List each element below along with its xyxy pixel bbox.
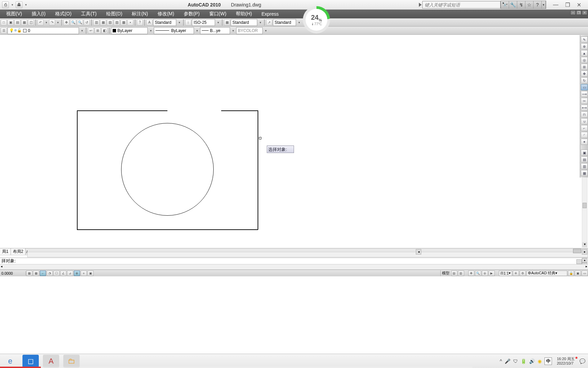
search-tri-icon[interactable]	[419, 3, 422, 7]
maximize-button[interactable]: ❐	[565, 2, 570, 8]
help-icon[interactable]: ?	[534, 1, 542, 9]
qv-layouts[interactable]: ▤	[451, 271, 457, 276]
video-progress[interactable]	[0, 367, 472, 368]
pan-button[interactable]: ✥	[63, 19, 69, 26]
join-button[interactable]: ∪	[581, 118, 588, 124]
star-icon[interactable]: ☆	[525, 1, 534, 9]
lineweight-dropdown[interactable]: B...ye	[200, 27, 230, 34]
anno-vis[interactable]: ✲	[513, 271, 519, 276]
ime-indicator[interactable]: 中	[544, 357, 552, 365]
layer-dropdown[interactable]: 💡 ❄ 🔓 0	[7, 27, 79, 34]
table-style-icon[interactable]: ▦	[224, 19, 230, 26]
chevron-down-icon[interactable]: ▾	[148, 29, 153, 32]
chamfer-button[interactable]: ⌐	[581, 125, 588, 131]
dyn-button[interactable]: ⊕	[74, 271, 80, 276]
layout-tab-1[interactable]: 局1	[0, 248, 11, 255]
stretch-button[interactable]: ⟶	[581, 91, 588, 97]
wheel-status[interactable]: ⊚	[482, 271, 488, 276]
chevron-down-icon[interactable]: ▾	[216, 21, 220, 24]
menu-insert[interactable]: 插入(I)	[27, 10, 50, 18]
print-button[interactable]: 🖶	[16, 1, 22, 8]
mleader-style-dropdown[interactable]: Standard	[273, 19, 296, 26]
redo-drop[interactable]: ▾	[56, 19, 60, 26]
scale-button[interactable]: ▭	[581, 84, 588, 90]
key-icon[interactable]: 🔧	[509, 1, 517, 9]
layer-state-button[interactable]: ⊞	[95, 28, 101, 34]
tool2-button[interactable]: ▤	[581, 156, 588, 163]
trim-button[interactable]: ✂	[581, 98, 588, 104]
extend-button[interactable]: ⟷	[581, 105, 588, 111]
layer-iso-button[interactable]: ◧	[101, 28, 108, 34]
chevron-down-icon[interactable]: ▾	[297, 21, 301, 24]
copy-button[interactable]: ⊕	[581, 43, 588, 49]
chevron-down-icon[interactable]: ▾	[80, 29, 84, 32]
mirror-button[interactable]: ▲	[581, 50, 588, 56]
calc-button[interactable]: ▪	[127, 19, 133, 26]
menu-drop-icon[interactable]: ▾	[542, 1, 546, 9]
anno-auto[interactable]: ⚙	[520, 271, 526, 276]
new-button[interactable]: □	[1, 19, 7, 26]
menu-help[interactable]: 帮助(H)	[231, 10, 257, 18]
hscroll-thumb[interactable]	[573, 249, 581, 253]
scroll-right-icon[interactable]: ▸	[582, 249, 587, 255]
qp-button[interactable]: ▣	[87, 271, 94, 276]
tp-button[interactable]: ▧	[107, 19, 113, 26]
close-button[interactable]: ✕	[577, 2, 581, 8]
polar-button[interactable]: ◔	[47, 271, 53, 276]
menu-express[interactable]: Express	[257, 11, 284, 17]
tray-chevron-icon[interactable]: ^	[500, 358, 502, 364]
redo-button[interactable]: ↷	[49, 19, 55, 26]
offset-button[interactable]: ◎	[581, 57, 588, 63]
tray-battery-icon[interactable]: 🔋	[521, 358, 526, 364]
workspace-dropdown[interactable]: ⚙AutoCAD 经典▾	[526, 271, 567, 276]
tool4-button[interactable]: ▦	[581, 170, 588, 176]
snap-button[interactable]: ▦	[26, 271, 32, 276]
zoom-status[interactable]: 🔍	[475, 271, 481, 276]
dcenter-button[interactable]: ▦	[100, 19, 106, 26]
menu-draw[interactable]: 绘图(D)	[101, 10, 127, 18]
text-style-icon[interactable]: A	[146, 19, 152, 26]
erase-button[interactable]: ✎	[581, 36, 588, 43]
menu-dimension[interactable]: 标注(N)	[127, 10, 152, 18]
zoom-win-button[interactable]: 🔍	[77, 19, 83, 26]
chevron-down-icon[interactable]: ▾	[177, 21, 182, 24]
taskbar-app-blue[interactable]: ◻	[22, 355, 39, 368]
tool3-button[interactable]: ▥	[581, 163, 588, 169]
move-button[interactable]: ✥	[581, 71, 588, 77]
ortho-button[interactable]: ⌐	[40, 271, 46, 276]
dim-style-dropdown[interactable]: ISO-25	[192, 19, 215, 26]
menu-parametric[interactable]: 参数(P)	[179, 10, 205, 18]
space-label[interactable]: 模型	[440, 270, 451, 276]
open-button[interactable]: ▣	[7, 19, 14, 26]
tray-shield-icon[interactable]: 🛡	[513, 358, 518, 364]
cmd-hscroll-left[interactable]: ◂	[1, 264, 2, 268]
cpu-gauge-widget[interactable]: 24% 🌡77°C	[303, 6, 331, 34]
scroll-left-icon[interactable]: ◂	[416, 249, 421, 255]
mdi-restore[interactable]: ❐	[576, 10, 582, 15]
scroll-down-icon[interactable]: ▾	[582, 242, 587, 247]
exchange-icon[interactable]: ↯	[517, 1, 525, 9]
tray-mic-icon[interactable]: 🎤	[505, 358, 510, 364]
qv-drawings[interactable]: ▥	[458, 271, 464, 276]
help-button[interactable]: ?	[137, 19, 143, 26]
taskbar-explorer[interactable]: 🗀	[63, 355, 80, 368]
cmd-hscroll-right[interactable]: ▸	[586, 264, 587, 268]
mleader-style-icon[interactable]: ↗	[266, 19, 272, 26]
pan-status[interactable]: ✥	[468, 271, 474, 276]
menu-format[interactable]: 格式(O)	[50, 10, 76, 18]
hw-accel[interactable]: ▣	[575, 271, 581, 276]
showmotion[interactable]: ▶	[489, 271, 495, 276]
chevron-down-icon[interactable]: ▾	[231, 29, 235, 32]
menu-tools[interactable]: 工具(T)	[76, 10, 101, 18]
cmd-scroll-left[interactable]	[576, 259, 582, 264]
undo-button[interactable]: ↶	[37, 19, 44, 26]
qat-drop-icon[interactable]: ▾	[24, 1, 28, 8]
text-style-dropdown[interactable]: Standard	[153, 19, 176, 26]
layout-tab-2[interactable]: 布局2	[11, 248, 26, 255]
draworder-button[interactable]: ▣	[581, 150, 588, 156]
action-center-icon[interactable]: 💬	[579, 358, 585, 364]
table-style-dropdown[interactable]: Standard	[231, 19, 257, 26]
taskbar-clock[interactable]: 16:20 周五 2022/10/7	[555, 357, 577, 366]
taskbar-autocad[interactable]: A	[43, 355, 59, 368]
lock-ui[interactable]: 🔒	[568, 271, 574, 276]
